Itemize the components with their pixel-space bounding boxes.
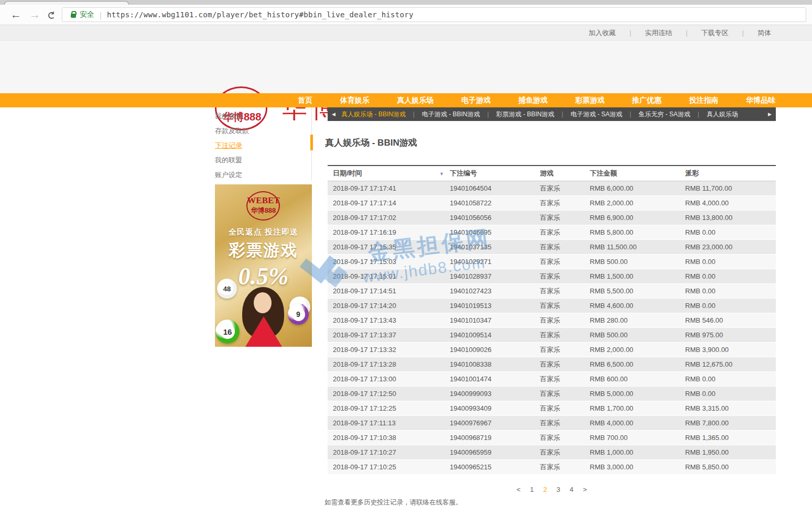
- sidebar-item-link[interactable]: 下注记录: [215, 141, 242, 149]
- browser-tab[interactable]: [4, 1, 129, 5]
- cell-datetime: 2018-09-17 17:13:43: [328, 316, 450, 324]
- cell-game: 百家乐: [540, 184, 590, 193]
- table-row: 2018-09-17 17:17:02 19401056056 百家乐 RMB …: [328, 211, 776, 225]
- sidebar-item-link[interactable]: 账户设定: [215, 171, 242, 179]
- nav-item[interactable]: 首页: [298, 96, 312, 105]
- cell-datetime: 2018-09-17 17:17:41: [328, 184, 450, 192]
- sidebar-item-link[interactable]: 我的联盟: [215, 156, 242, 164]
- cell-bet-id: 19401008338: [450, 360, 540, 368]
- pagination-page[interactable]: 4: [570, 486, 573, 493]
- main-nav: 首页体育娱乐真人娱乐场电子游戏捕鱼游戏彩票游戏推广优惠投注指南华博品味: [0, 93, 812, 107]
- site-header: WEBET 华博888 华博娱乐 欢迎回来！julic1987 账户结余 RMB…: [0, 41, 812, 93]
- pagination-prev[interactable]: <: [516, 486, 521, 493]
- cell-bet-id: 19401056056: [450, 214, 540, 222]
- nav-item[interactable]: 华博品味: [746, 96, 775, 105]
- cell-bet-amount: RMB 5,000.00: [590, 390, 685, 398]
- cell-datetime: 2018-09-17 17:10:27: [328, 448, 450, 456]
- nav-item[interactable]: 投注指南: [689, 96, 718, 105]
- cell-bet-amount: RMB 1,500.00: [590, 272, 685, 280]
- col-header-bet-amount[interactable]: 下注金额: [590, 169, 685, 178]
- cell-bet-amount: RMB 600.00: [590, 375, 685, 383]
- utility-link[interactable]: 加入收藏: [589, 28, 616, 38]
- back-icon[interactable]: ←: [10, 8, 21, 21]
- cell-bet-id: 19400999093: [450, 390, 540, 398]
- cell-bet-id: 19401058722: [450, 199, 540, 207]
- utility-link[interactable]: 实用连结: [616, 28, 672, 38]
- cell-bet-amount: RMB 280.00: [590, 316, 685, 324]
- cell-datetime: 2018-09-17 17:13:00: [328, 375, 450, 383]
- history-tab[interactable]: 电子游戏 - BBIN游戏: [406, 110, 480, 119]
- nav-item[interactable]: 真人娱乐场: [397, 96, 434, 105]
- table-row: 2018-09-17 17:15:03 19401029271 百家乐 RMB …: [328, 255, 776, 269]
- utility-link[interactable]: 简体: [729, 28, 771, 38]
- banner-logo-sub: 华博888: [244, 206, 284, 215]
- pagination-next[interactable]: >: [583, 486, 587, 493]
- table-row: 2018-09-17 17:14:20 19401019513 百家乐 RMB …: [328, 299, 776, 313]
- nav-item[interactable]: 电子游戏: [461, 96, 491, 105]
- cell-game: 百家乐: [540, 257, 590, 267]
- main-nav-items: 首页体育娱乐真人娱乐场电子游戏捕鱼游戏彩票游戏推广优惠投注指南华博品味: [298, 93, 775, 107]
- security-label: 安全: [80, 10, 94, 19]
- history-tab[interactable]: 真人娱乐场 - BBIN游戏: [341, 110, 406, 119]
- banner-line2: 彩票游戏: [215, 239, 312, 261]
- history-tab[interactable]: 真人娱乐场: [690, 110, 738, 119]
- col-header-payout[interactable]: 派彩: [685, 169, 776, 178]
- cell-bet-amount: RMB 5,500.00: [590, 287, 685, 295]
- table-row: 2018-09-17 17:15:01 19401028937 百家乐 RMB …: [328, 269, 776, 284]
- cell-payout: RMB 1,950.00: [685, 448, 776, 456]
- cell-bet-id: 19401009514: [450, 331, 540, 339]
- cell-game: 百家乐: [540, 272, 590, 281]
- cell-game: 百家乐: [540, 213, 590, 223]
- cell-payout: RMB 0.00: [685, 375, 776, 383]
- table-row: 2018-09-17 17:17:14 19401058722 百家乐 RMB …: [328, 196, 776, 211]
- table-row: 2018-09-17 17:12:25 19400993409 百家乐 RMB …: [328, 401, 776, 416]
- cell-bet-id: 19401027423: [450, 287, 540, 295]
- utility-link[interactable]: 下载专区: [672, 28, 728, 38]
- table-row: 2018-09-17 17:13:43 19401010347 百家乐 RMB …: [328, 313, 776, 328]
- pagination-page[interactable]: 1: [530, 486, 534, 493]
- lock-icon[interactable]: [71, 12, 76, 18]
- nav-item[interactable]: 捕鱼游戏: [518, 96, 548, 105]
- cell-game: 百家乐: [540, 360, 590, 369]
- sort-desc-icon[interactable]: ▼: [439, 171, 444, 177]
- nav-item[interactable]: 体育娱乐: [340, 96, 370, 105]
- banner-model-image: [241, 284, 286, 347]
- history-tab[interactable]: 鱼乐无穷 - SA游戏: [622, 110, 690, 119]
- table-row: 2018-09-17 17:12:50 19400999093 百家乐 RMB …: [328, 387, 776, 401]
- col-header-game[interactable]: 游戏: [540, 169, 590, 178]
- nav-item[interactable]: 彩票游戏: [575, 96, 604, 105]
- col-header-bet-id[interactable]: 下注编号: [450, 169, 540, 178]
- sidebar-item-link[interactable]: 我的钱包: [215, 112, 242, 120]
- cell-game: 百家乐: [540, 199, 590, 208]
- nav-item[interactable]: 推广优惠: [632, 96, 662, 105]
- cell-game: 百家乐: [540, 287, 590, 296]
- footer-note: 如需查看更多历史投注记录，请联络在线客服。: [324, 498, 462, 507]
- tab-scroll-right-icon[interactable]: ▶: [768, 107, 772, 121]
- tab-scroll-left-icon[interactable]: ◀: [332, 107, 335, 121]
- cell-payout: RMB 546.00: [685, 316, 776, 324]
- cell-datetime: 2018-09-17 17:14:51: [328, 287, 450, 295]
- banner-line1: 全民返点 投注即送: [215, 227, 312, 237]
- browser-toolbar: ← → 安全 | https://www.wbg1101.com/player/…: [0, 5, 812, 25]
- promo-banner[interactable]: WEBET 华博888 全民返点 投注即送 彩票游戏 0.5% 4834169: [215, 184, 312, 347]
- table-row: 2018-09-17 17:13:00 19401001474 百家乐 RMB …: [328, 372, 776, 387]
- cell-bet-id: 19401010347: [450, 316, 540, 324]
- history-tab[interactable]: 电子游戏 - SA游戏: [554, 110, 622, 119]
- table-row: 2018-09-17 17:10:38 19400968719 百家乐 RMB …: [328, 431, 776, 445]
- cell-game: 百家乐: [540, 243, 590, 252]
- sidebar-item-link[interactable]: 存款及取款: [215, 127, 249, 135]
- utility-links: 加入收藏实用连结下载专区简体: [589, 25, 771, 41]
- pagination-page[interactable]: 2: [543, 486, 547, 493]
- table-header-row: 日期/时间 下注编号 游戏 下注金额 派彩 ▼: [328, 165, 776, 181]
- cell-datetime: 2018-09-17 17:17:02: [328, 214, 450, 222]
- cell-datetime: 2018-09-17 17:13:32: [328, 346, 450, 354]
- col-header-datetime[interactable]: 日期/时间: [328, 169, 450, 178]
- history-tab[interactable]: 彩票游戏 - BBIN游戏: [480, 110, 554, 119]
- refresh-icon[interactable]: [48, 12, 55, 19]
- cell-bet-amount: RMB 6,500.00: [590, 360, 685, 368]
- url-bar[interactable]: 安全 | https://www.wbg1101.com/player/bet_…: [62, 7, 806, 22]
- pagination-pages: 1234: [525, 486, 578, 493]
- forward-icon[interactable]: →: [29, 8, 40, 21]
- cell-game: 百家乐: [540, 463, 590, 472]
- pagination-page[interactable]: 3: [557, 486, 560, 493]
